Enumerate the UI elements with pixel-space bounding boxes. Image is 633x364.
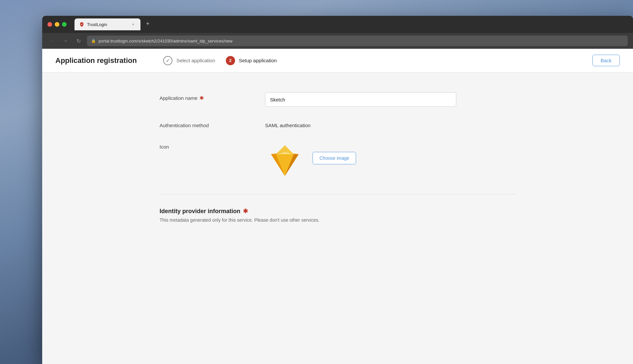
tab-title: TrustLogin: [87, 22, 128, 27]
icon-label: Icon: [160, 141, 252, 150]
step-2: 2 Setup application: [226, 56, 277, 65]
choose-image-button[interactable]: Choose image: [313, 152, 356, 164]
app-name-input[interactable]: [265, 92, 456, 107]
title-bar: TrustLogin × +: [42, 16, 633, 33]
page-title: Application registration: [55, 56, 137, 65]
browser-window: TrustLogin × + ← → ↻ 🔒 portal.trustlogin…: [42, 16, 633, 364]
lock-icon: 🔒: [91, 39, 96, 43]
forward-nav-button[interactable]: →: [61, 36, 70, 45]
page-content: Application registration ✓ Select applic…: [42, 49, 633, 364]
minimize-button[interactable]: [55, 22, 59, 27]
section-divider: [160, 194, 516, 194]
new-tab-button[interactable]: +: [143, 19, 152, 28]
page-header: Application registration ✓ Select applic…: [42, 49, 633, 72]
icon-row: Icon: [140, 135, 535, 187]
auth-method-label: Authentication method: [160, 120, 252, 128]
step-2-indicator: 2: [226, 56, 235, 65]
app-name-row: Application name ✱: [140, 86, 535, 113]
back-button[interactable]: Back: [592, 55, 620, 66]
active-tab[interactable]: TrustLogin ×: [75, 18, 140, 30]
step-2-label: Setup application: [239, 58, 277, 63]
identity-provider-subtitle: This metadata generated only for this se…: [140, 217, 535, 229]
address-bar[interactable]: 🔒 portal.trustlogin.com/s/sketch2/241030…: [87, 36, 628, 46]
required-star-name: ✱: [199, 95, 204, 101]
traffic-lights: [47, 22, 67, 27]
close-button[interactable]: [47, 22, 52, 27]
icon-picker-area: Choose image: [265, 141, 356, 181]
url-text: portal.trustlogin.com/s/sketch2/241030/a…: [99, 39, 232, 43]
tab-favicon-icon: [79, 22, 84, 27]
step-1-indicator: ✓: [163, 56, 172, 65]
step-1-label: Select application: [176, 58, 215, 63]
navigation-bar: ← → ↻ 🔒 portal.trustlogin.com/s/sketch2/…: [42, 33, 633, 49]
back-nav-button[interactable]: ←: [47, 36, 57, 45]
form-area: Application name ✱ Authentication method…: [140, 72, 535, 242]
required-star-idp: ✱: [243, 208, 248, 215]
stepper: ✓ Select application 2 Setup application: [163, 56, 592, 65]
tab-close-button[interactable]: ×: [131, 22, 136, 27]
auth-method-row: Authentication method SAML authenticatio…: [140, 113, 535, 135]
identity-provider-title: Identity provider information ✱: [140, 201, 535, 217]
step-1: ✓ Select application: [163, 56, 215, 65]
auth-method-value: SAML authentication: [265, 120, 516, 128]
app-name-label: Application name ✱: [160, 92, 252, 101]
maximize-button[interactable]: [62, 22, 67, 27]
refresh-button[interactable]: ↻: [74, 36, 83, 45]
sketch-app-icon: [265, 141, 305, 181]
